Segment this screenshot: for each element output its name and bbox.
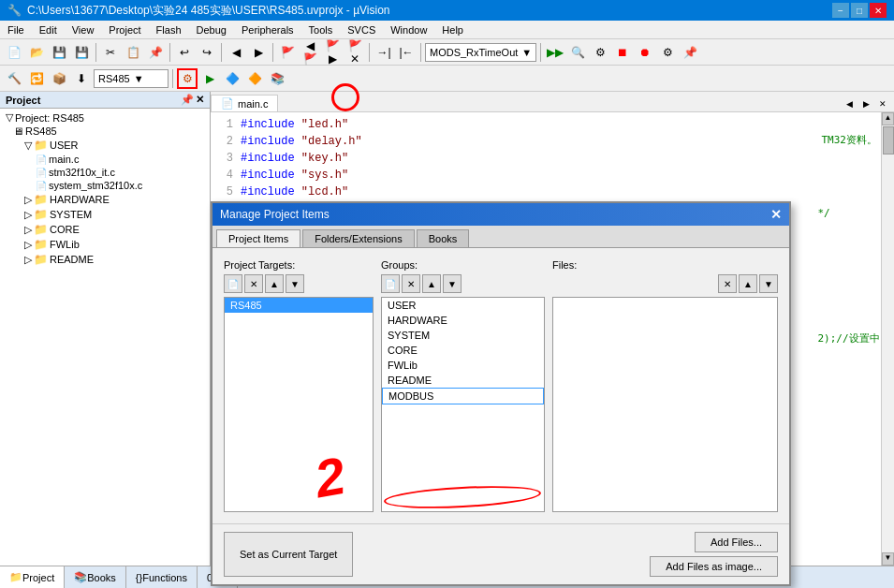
dialog-body: Project Targets: 📄 ✕ ▲ ▼ RS485 Groups: 📄…: [213, 248, 789, 523]
targets-label: Project Targets:: [224, 259, 374, 271]
targets-down-button[interactable]: ▼: [286, 274, 304, 293]
dialog-tab-books[interactable]: Books: [417, 229, 470, 247]
dialog-overlay: Manage Project Items ✕ Project Items Fol…: [0, 0, 894, 588]
group-user[interactable]: USER: [382, 298, 544, 313]
dialog-footer: Set as Current Target Add Files... Add F…: [213, 523, 789, 584]
files-column: Files: ✕ ▲ ▼: [552, 259, 778, 512]
groups-label: Groups:: [381, 259, 545, 271]
targets-column: Project Targets: 📄 ✕ ▲ ▼ RS485: [224, 259, 374, 512]
dialog-title-bar[interactable]: Manage Project Items ✕: [213, 203, 789, 226]
groups-list: USER HARDWARE SYSTEM CORE FWLib README M…: [381, 297, 545, 512]
manage-project-dialog: Manage Project Items ✕ Project Items Fol…: [211, 201, 791, 586]
files-up-button[interactable]: ▲: [739, 274, 757, 293]
dialog-tabs: Project Items Folders/Extensions Books: [213, 226, 789, 248]
targets-list: RS485: [224, 297, 374, 512]
group-system[interactable]: SYSTEM: [382, 328, 544, 343]
modbus-annotation-ellipse: [384, 483, 542, 512]
targets-toolbar: 📄 ✕ ▲ ▼: [224, 274, 374, 293]
dialog-tab-folders[interactable]: Folders/Extensions: [302, 229, 415, 247]
targets-up-button[interactable]: ▲: [265, 274, 284, 293]
files-delete-button[interactable]: ✕: [718, 274, 737, 293]
files-toolbar: ✕ ▲ ▼: [552, 274, 778, 293]
groups-toolbar: 📄 ✕ ▲ ▼: [381, 274, 545, 293]
groups-down-button[interactable]: ▼: [443, 274, 462, 293]
files-label: Files:: [552, 259, 778, 271]
groups-column: Groups: 📄 ✕ ▲ ▼ USER HARDWARE SYSTEM COR…: [381, 259, 545, 512]
set-current-target-button[interactable]: Set as Current Target: [224, 532, 353, 577]
targets-delete-button[interactable]: ✕: [244, 274, 263, 293]
groups-new-button[interactable]: 📄: [381, 274, 400, 293]
files-down-button[interactable]: ▼: [759, 274, 778, 293]
files-list: [552, 297, 778, 512]
group-modbus[interactable]: MODBUS: [382, 388, 544, 404]
add-files-image-button[interactable]: Add Files as image...: [650, 556, 778, 577]
files-buttons: Add Files... Add Files as image...: [650, 532, 778, 577]
dialog-close-button[interactable]: ✕: [770, 207, 782, 222]
group-core[interactable]: CORE: [382, 343, 544, 358]
targets-new-button[interactable]: 📄: [224, 274, 242, 293]
group-readme[interactable]: README: [382, 373, 544, 388]
target-rs485[interactable]: RS485: [225, 298, 373, 313]
group-fwlib[interactable]: FWLib: [382, 358, 544, 373]
dialog-tab-project-items[interactable]: Project Items: [216, 229, 300, 247]
groups-up-button[interactable]: ▲: [422, 274, 441, 293]
group-hardware[interactable]: HARDWARE: [382, 313, 544, 328]
groups-delete-button[interactable]: ✕: [402, 274, 420, 293]
add-files-button[interactable]: Add Files...: [695, 532, 778, 552]
